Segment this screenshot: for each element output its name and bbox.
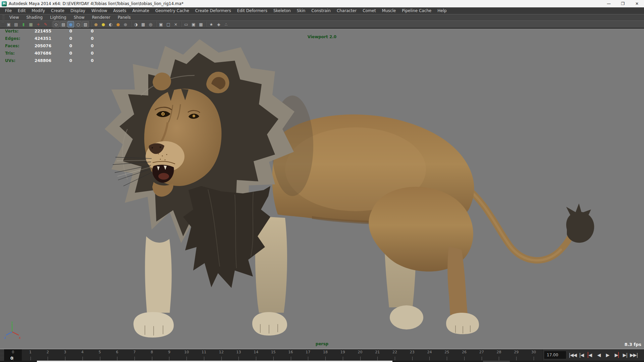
step-forward-frame-button[interactable]: ▶| (621, 351, 629, 359)
bookmarks-icon[interactable]: ▮ (20, 21, 27, 27)
shadows-icon[interactable]: ● (115, 21, 121, 27)
menu-item[interactable]: Constrain (308, 8, 334, 13)
play-backwards-button[interactable]: ◀ (595, 351, 603, 359)
frame-cell[interactable]: 30 (525, 349, 542, 361)
frame-cell[interactable]: 1 (22, 349, 39, 361)
time-slider-grip[interactable] (0, 349, 4, 361)
menu-item[interactable]: Skin (294, 8, 309, 13)
textured-icon[interactable]: ● (93, 21, 99, 27)
go-to-end-button[interactable]: ▶▶| (630, 351, 638, 359)
no-image-icon[interactable]: ▨ (82, 21, 89, 27)
frame-cell[interactable]: 8 (143, 349, 161, 361)
xray-joints-icon[interactable]: × (172, 21, 179, 27)
panel-menu-item[interactable]: Renderer (88, 15, 114, 20)
frame-cell[interactable]: 9 (161, 349, 178, 361)
smooth-shade-icon[interactable]: ▤ (60, 21, 67, 27)
frame-cell[interactable]: 12 (213, 349, 230, 361)
multisample-icon[interactable]: ▩ (140, 21, 147, 27)
gate-mask-icon[interactable]: ▣ (190, 21, 197, 27)
frame-cell[interactable]: 17 (299, 349, 317, 361)
resolution-gate-icon[interactable]: ▭ (183, 21, 190, 27)
select-camera-icon[interactable]: ▣ (5, 21, 12, 27)
frame-cell[interactable]: 19 (334, 349, 352, 361)
share-view-icon[interactable]: ∴ (223, 21, 229, 27)
play-forwards-button[interactable]: ▶ (603, 351, 612, 359)
isolate-select-icon[interactable]: ▣ (158, 21, 164, 27)
frame-cell[interactable]: 7 (126, 349, 143, 361)
menu-item[interactable]: Edit Deformers (234, 8, 270, 13)
grease-pencil-icon[interactable]: ✎ (42, 21, 49, 27)
panel-menu-item[interactable]: View (6, 15, 22, 20)
menu-item[interactable]: Animate (129, 8, 152, 13)
step-back-key-button[interactable]: ◀ (586, 351, 594, 359)
perspective-viewport[interactable]: Verts:22145500 Edges:42435100 Faces:2050… (0, 28, 644, 349)
time-slider-track[interactable]: 0 1 2 3 (4, 349, 542, 361)
frame-cell[interactable]: 16 (282, 349, 300, 361)
frame-cell[interactable]: 27 (473, 349, 490, 361)
menu-item[interactable]: Edit (15, 8, 29, 13)
frame-cell[interactable]: 26 (455, 349, 473, 361)
toolbar-grip[interactable] (2, 22, 4, 27)
frame-cell[interactable]: 11 (195, 349, 213, 361)
frame-cell[interactable]: 14 (247, 349, 265, 361)
frame-cell[interactable]: 2 (39, 349, 56, 361)
menu-item[interactable]: Display (67, 8, 88, 13)
field-chart-icon[interactable]: ▦ (198, 21, 204, 27)
menu-item[interactable]: Pipeline Cache (399, 8, 434, 13)
menu-item[interactable]: Geometry Cache (152, 8, 192, 13)
frame-cell[interactable]: 21 (369, 349, 386, 361)
menu-item[interactable]: File (2, 8, 15, 13)
panel-menu-item[interactable]: Lighting (46, 15, 70, 20)
renderer-settings-icon[interactable]: ◈ (215, 21, 222, 27)
window-control-button[interactable]: ✕ (630, 0, 644, 7)
menu-item[interactable]: Create (48, 8, 67, 13)
menu-item[interactable]: Skeleton (270, 8, 294, 13)
frame-cell[interactable]: 24 (421, 349, 438, 361)
camera-attributes-icon[interactable]: ▤ (13, 21, 19, 27)
frame-cell[interactable]: 5 (91, 349, 109, 361)
range-slider-bar[interactable] (37, 361, 392, 362)
depth-of-field-icon[interactable]: ◎ (147, 21, 154, 27)
default-material-icon[interactable]: ○ (75, 21, 82, 27)
frame-cell[interactable]: 22 (386, 349, 404, 361)
two-sided-lighting-icon[interactable]: ◐ (107, 21, 114, 27)
frame-cell[interactable]: 18 (317, 349, 334, 361)
display-options-icon[interactable]: ★ (208, 21, 215, 27)
frame-cell[interactable]: 29 (507, 349, 525, 361)
frame-cell[interactable]: 23 (404, 349, 421, 361)
menu-item[interactable]: Help (434, 8, 449, 13)
window-control-button[interactable]: — (602, 0, 616, 7)
wireframe-icon[interactable]: ◇ (53, 21, 59, 27)
window-control-button[interactable]: ❐ (616, 0, 630, 7)
menu-item[interactable]: Comet (360, 8, 379, 13)
current-time-field[interactable] (544, 351, 566, 359)
pan-zoom-icon[interactable]: + (35, 21, 42, 27)
frame-cell[interactable]: 6 (108, 349, 126, 361)
frame-cell[interactable]: 20 (352, 349, 369, 361)
panel-menu-item[interactable]: Shading (22, 15, 46, 20)
shaded-icon[interactable]: ● (67, 21, 74, 27)
menu-item[interactable]: Character (334, 8, 360, 13)
menu-item[interactable]: Window (88, 8, 110, 13)
occlusion-icon[interactable]: ● (122, 21, 129, 27)
frame-cell[interactable]: 13 (230, 349, 248, 361)
menu-item[interactable]: Create Deformers (192, 8, 234, 13)
use-all-lights-icon[interactable]: ● (100, 21, 107, 27)
frame-cell[interactable]: 15 (265, 349, 282, 361)
menu-item[interactable]: Muscle (379, 8, 399, 13)
menu-item[interactable]: Assets (110, 8, 129, 13)
frame-cell[interactable]: 3 (56, 349, 74, 361)
step-forward-key-button[interactable]: ▶ (612, 351, 621, 359)
xray-icon[interactable]: □ (165, 21, 172, 27)
frame-cell[interactable]: 25 (438, 349, 455, 361)
go-to-start-button[interactable]: |◀◀ (569, 351, 577, 359)
frame-cell[interactable]: 4 (74, 349, 91, 361)
frame-cell[interactable]: 10 (178, 349, 195, 361)
image-plane-icon[interactable]: ▦ (28, 21, 34, 27)
frame-cell[interactable]: 28 (490, 349, 508, 361)
lion-model[interactable] (0, 28, 644, 349)
menu-item[interactable]: Modify (29, 8, 48, 13)
step-back-frame-button[interactable]: |◀ (577, 351, 586, 359)
panel-menu-item[interactable]: Show (70, 15, 88, 20)
panel-menu-item[interactable]: Panels (114, 15, 135, 20)
